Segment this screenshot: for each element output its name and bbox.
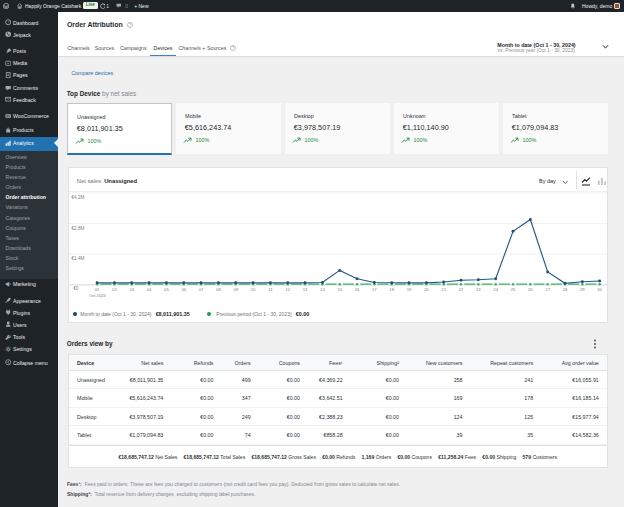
svg-text:05: 05 xyxy=(164,287,169,292)
svg-text:04: 04 xyxy=(146,287,151,292)
svg-text:€2.8M: €2.8M xyxy=(71,226,84,231)
svg-text:10: 10 xyxy=(250,287,255,292)
svg-text:01: 01 xyxy=(94,287,99,292)
svg-text:07: 07 xyxy=(198,287,203,292)
svg-text:06: 06 xyxy=(181,287,186,292)
svg-text:02: 02 xyxy=(112,287,117,292)
svg-text:€1.4M: €1.4M xyxy=(71,256,84,261)
svg-text:19: 19 xyxy=(406,287,411,292)
svg-text:22: 22 xyxy=(458,287,463,292)
svg-text:15: 15 xyxy=(337,287,342,292)
svg-text:€0: €0 xyxy=(73,286,79,291)
svg-text:08: 08 xyxy=(216,287,221,292)
svg-text:26: 26 xyxy=(528,287,533,292)
svg-text:20: 20 xyxy=(424,287,429,292)
svg-text:09: 09 xyxy=(233,287,238,292)
svg-text:Oct 2024: Oct 2024 xyxy=(88,293,106,298)
svg-text:24: 24 xyxy=(493,287,498,292)
svg-text:€4.2M: €4.2M xyxy=(71,195,84,200)
svg-text:17: 17 xyxy=(372,287,377,292)
svg-text:11: 11 xyxy=(268,287,273,292)
svg-text:30: 30 xyxy=(597,287,602,292)
svg-text:13: 13 xyxy=(302,287,307,292)
svg-text:27: 27 xyxy=(545,287,550,292)
svg-text:03: 03 xyxy=(129,287,134,292)
svg-text:16: 16 xyxy=(354,287,359,292)
svg-text:21: 21 xyxy=(441,287,446,292)
svg-text:25: 25 xyxy=(510,287,515,292)
svg-text:28: 28 xyxy=(562,287,567,292)
svg-text:12: 12 xyxy=(285,287,290,292)
svg-text:29: 29 xyxy=(580,287,585,292)
svg-text:18: 18 xyxy=(389,287,394,292)
svg-text:23: 23 xyxy=(476,287,481,292)
svg-text:14: 14 xyxy=(320,287,325,292)
